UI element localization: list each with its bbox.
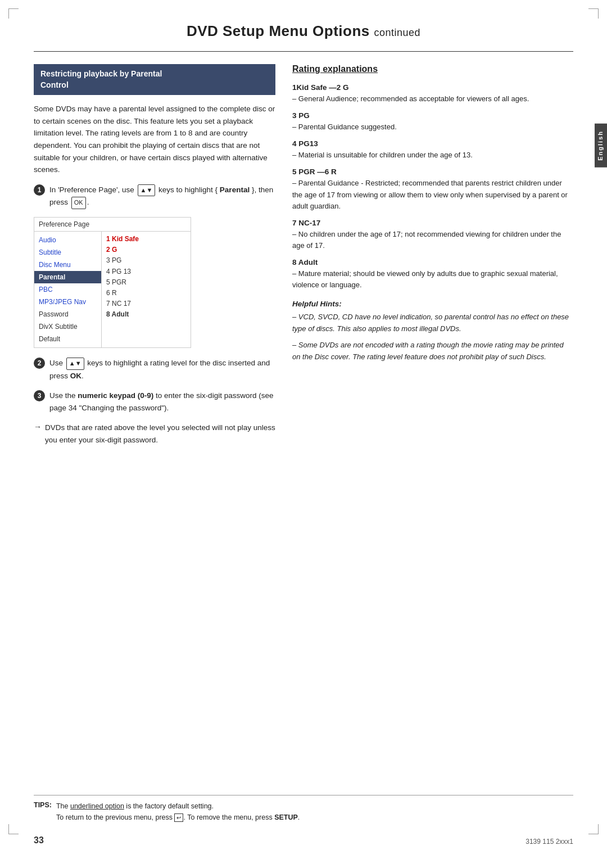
step-3-number: 3: [34, 390, 45, 401]
title-main: DVD Setup Menu Options: [187, 22, 370, 39]
step-2-text: Use ▲▼ keys to highlight a rating level …: [49, 357, 275, 382]
pref-menu-default: Default: [34, 333, 101, 345]
left-column: Restricting playback by Parental Control…: [34, 64, 275, 454]
pref-rating-7: 7 NC 17: [106, 299, 186, 309]
pref-menu-audio: Audio: [34, 234, 101, 246]
keys-symbol: ▲▼: [138, 184, 156, 197]
step-3-text: Use the numeric keypad (0-9) to enter th…: [49, 390, 275, 414]
bottom-tips: TIPS: The underlined option is the facto…: [34, 795, 573, 823]
step-1-text: In 'Preference Page', use ▲▼ keys to hig…: [49, 184, 275, 209]
step-1-number: 1: [34, 184, 45, 196]
tips-line1-underline: underlined option: [70, 802, 124, 810]
rating-label-3: 3 PG: [292, 111, 573, 120]
rating-item-5: 5 PGR —6 R – Parental Guidance - Restric…: [292, 168, 573, 211]
pref-ratings-column: 1 Kid Safe 2 G 3 PG 4 PG 13 5 PGR 6 R 7 …: [102, 232, 191, 347]
rating-item-4: 4 PG13 – Material is unsuitable for chil…: [292, 139, 573, 161]
right-column: Rating explanations 1Kid Safe —2 G – Gen…: [292, 64, 573, 454]
tips-text: The underlined option is the factory def…: [56, 801, 300, 823]
pref-menu-disc-menu: Disc Menu: [34, 259, 101, 271]
pref-rating-6: 6 R: [106, 288, 186, 299]
helpful-hints-title: Helpful Hints:: [292, 300, 573, 308]
rating-desc-8: – Mature material; should be viewed only…: [292, 268, 573, 291]
keys-symbol-2: ▲▼: [66, 358, 84, 370]
rating-label-1: 1Kid Safe —2 G: [292, 83, 573, 92]
page-number: 33: [34, 835, 44, 846]
rating-label-8: 8 Adult: [292, 258, 573, 266]
product-code: 3139 115 2xxx1: [526, 838, 573, 846]
section-heading: Restricting playback by Parental Control: [34, 64, 275, 95]
title-divider: [34, 51, 573, 52]
preference-page-table: Preference Page Audio Subtitle Disc Menu…: [34, 217, 191, 348]
step-3: 3 Use the numeric keypad (0-9) to enter …: [34, 390, 275, 414]
rating-title: Rating explanations: [292, 64, 573, 74]
pref-menu-mp3: MP3/JPEG Nav: [34, 296, 101, 308]
content-columns: Restricting playback by Parental Control…: [34, 64, 573, 454]
rating-desc-5: – Parental Guidance - Restricted; recomm…: [292, 178, 573, 211]
helpful-hint-2: – Some DVDs are not encoded with a ratin…: [292, 340, 573, 363]
step-2: 2 Use ▲▼ keys to highlight a rating leve…: [34, 357, 275, 382]
pref-rating-5: 5 PGR: [106, 277, 186, 288]
step-1: 1 In 'Preference Page', use ▲▼ keys to h…: [34, 184, 275, 209]
ok-symbol: OK: [71, 197, 86, 209]
pref-menu-subtitle: Subtitle: [34, 246, 101, 259]
body-text: Some DVDs may have a parental level assi…: [34, 103, 275, 176]
section-heading-line2: Control: [40, 80, 69, 89]
rating-item-8: 8 Adult – Mature material; should be vie…: [292, 258, 573, 291]
pref-rating-4: 4 PG 13: [106, 266, 186, 277]
pref-menu-password: Password: [34, 308, 101, 320]
title-continued: continued: [374, 27, 421, 38]
rating-item-7: 7 NC-17 – No children under the age of 1…: [292, 219, 573, 251]
rating-label-5: 5 PGR —6 R: [292, 168, 573, 176]
pref-rating-1: 1 Kid Safe: [106, 234, 186, 245]
arrow-text: DVDs that are rated above the level you …: [45, 422, 275, 446]
arrow-note: → DVDs that are rated above the level yo…: [34, 422, 275, 446]
section-heading-line1: Restricting playback by Parental: [40, 69, 162, 78]
tips-row: TIPS: The underlined option is the facto…: [34, 801, 573, 823]
step-2-number: 2: [34, 358, 45, 369]
helpful-hints: Helpful Hints: – VCD, SVCD, CD have no l…: [292, 300, 573, 363]
pref-table-body: Audio Subtitle Disc Menu Parental PBC MP…: [34, 232, 191, 347]
rating-label-4: 4 PG13: [292, 139, 573, 148]
rating-label-7: 7 NC-17: [292, 219, 573, 227]
rating-item-1: 1Kid Safe —2 G – General Audience; recom…: [292, 83, 573, 105]
helpful-hint-1: – VCD, SVCD, CD have no level indication…: [292, 311, 573, 335]
rating-desc-3: – Parental Guidance suggested.: [292, 121, 573, 133]
pref-menu-column: Audio Subtitle Disc Menu Parental PBC MP…: [34, 232, 102, 347]
pref-menu-pbc: PBC: [34, 283, 101, 296]
rating-desc-7: – No children under the age of 17; not r…: [292, 229, 573, 251]
arrow-symbol: →: [34, 422, 42, 431]
back-symbol: ↩: [174, 813, 183, 822]
tips-line1-post: is the factory default setting.: [124, 802, 214, 810]
pref-menu-divx: DivX Subtitle: [34, 320, 101, 333]
pref-table-title: Preference Page: [34, 218, 191, 232]
tips-line1-pre: The: [56, 802, 70, 810]
pref-menu-parental: Parental: [34, 271, 101, 283]
tips-label: TIPS:: [34, 801, 52, 809]
rating-desc-1: – General Audience; recommended as accep…: [292, 93, 573, 105]
pref-rating-3: 3 PG: [106, 255, 186, 266]
rating-item-3: 3 PG – Parental Guidance suggested.: [292, 111, 573, 133]
pref-rating-2: 2 G: [106, 245, 186, 255]
page-title: DVD Setup Menu Options continued: [34, 22, 573, 40]
rating-desc-4: – Material is unsuitable for children un…: [292, 150, 573, 161]
pref-rating-8: 8 Adult: [106, 309, 186, 320]
tips-line2: To return to the previous menu, press ↩.…: [56, 813, 300, 821]
